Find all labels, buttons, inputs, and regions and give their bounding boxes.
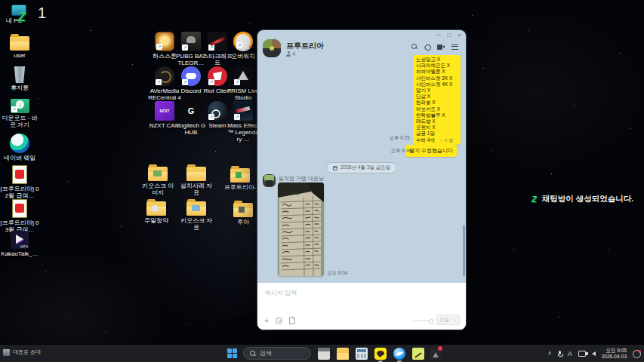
taskbar-icon-sticky-notes[interactable] <box>412 348 424 360</box>
sent-message-bubble: 노란망고 X 사과아예몬도 X 파파야멜론 X 샤인머스켓 2K X 샤인머스켓… <box>413 55 461 145</box>
avatar-tile <box>270 46 274 51</box>
desktop-folder-install-cases[interactable]: 설치사례 자료 <box>180 167 213 196</box>
message-line-text: 수박 4개 <box>416 137 435 143</box>
starcraft-icon: ↗ <box>208 32 227 51</box>
pdf-icon <box>12 199 27 218</box>
message-line: 단감 X <box>416 94 458 100</box>
taskbar-icon-kakaotalk[interactable] <box>374 348 387 360</box>
prism-icon: ↗ <box>233 66 253 86</box>
desktop-icon-recycle-bin[interactable]: 휴지통 <box>0 66 39 91</box>
send-button[interactable]: 전송 ∨ <box>436 314 460 325</box>
avatar-tile <box>266 180 273 186</box>
desktop-folder-frutria[interactable]: 프루트리아- <box>223 168 257 191</box>
desktop-icon-mass-effect[interactable]: ↗ Mass Effect™ Legendary … <box>226 101 260 143</box>
message-line: 천혜향블루 X <box>416 112 458 118</box>
member-count: 4 <box>286 51 295 57</box>
folder-label: 키오스크 자료 <box>180 217 213 231</box>
sent-message-bubble: 딸기 수정했습니다 <box>405 145 457 157</box>
message-photo[interactable] <box>278 183 324 276</box>
taskbar-search[interactable]: 검색 <box>243 347 311 360</box>
desktop-icon-prism[interactable]: ↗ PRISM Live Studio <box>226 66 260 101</box>
logitech-icon: G <box>181 101 201 121</box>
taskbar-left-text: 대표로 초대 <box>13 348 41 356</box>
taskbar-left-label[interactable]: 대표로 초대 <box>3 348 41 356</box>
zoom-z-icon: Z <box>18 11 26 24</box>
emoticon-size-slider[interactable] <box>413 321 433 321</box>
desktop-icon-label: PRISM Live Studio <box>226 87 260 101</box>
taskbar-icon-recentral[interactable] <box>430 348 442 360</box>
emoticon-icon[interactable] <box>276 318 282 324</box>
voice-call-icon[interactable] <box>424 44 430 50</box>
desktop-folder-weekend[interactable]: 주말청약 <box>140 201 173 224</box>
shortcut-arrow-icon: ↗ <box>156 44 162 50</box>
clock[interactable]: 오전 9:05 2026-04-03 <box>602 348 627 360</box>
file-attach-icon[interactable] <box>289 317 295 324</box>
download-folder-icon: ↗ <box>11 99 29 113</box>
message-input-area: + 전송 ∨ <box>257 283 466 330</box>
message-timestamp: 오전 8:04 <box>327 270 347 277</box>
desktop-icon-pdf-feb[interactable]: [프루트리아] 02월 급여… <box>0 165 39 199</box>
pubg-icon: ↗ <box>181 32 201 51</box>
desktop-icon-my-pc[interactable]: Z 내 PC <box>2 5 36 24</box>
taskbar-icon-task-view[interactable] <box>318 348 330 360</box>
chevron-down-icon: ∨ <box>451 318 457 322</box>
map-thumb-icon <box>192 205 200 211</box>
ime-indicator[interactable]: A <box>568 350 572 357</box>
shortcut-arrow-icon: ↗ <box>156 79 162 85</box>
taskbar-icon-blue-app[interactable] <box>393 348 405 360</box>
mp4-video-icon: MP4 <box>11 231 29 249</box>
taskbar-icon-calculator[interactable] <box>356 348 368 360</box>
desktop-icon-kakaotalk-video[interactable]: MP4 KakaoTalk_… <box>0 231 39 257</box>
tray-time: 오전 9:05 <box>606 348 627 353</box>
microphone-icon[interactable] <box>558 351 562 357</box>
desktop-folder-kiosk-images[interactable]: 키오스크 이미지 <box>141 167 174 196</box>
desktop-icon-naver-whale[interactable]: 네이버 웨일 <box>0 133 39 161</box>
chat-scrollbar[interactable] <box>463 225 465 276</box>
mp4-badge: MP4 <box>20 244 28 249</box>
pdf-icon <box>12 165 27 184</box>
message-timestamp: 오후 8:25 <box>390 135 410 142</box>
shortcut-arrow-icon: ↗ <box>182 79 188 85</box>
shortcut-arrow-icon: ↗ <box>234 79 240 85</box>
video-call-icon[interactable] <box>437 44 445 50</box>
sender-name: 일직점 가맹 대표님 <box>279 175 324 183</box>
network-icon[interactable] <box>578 351 586 357</box>
handwritten-ledger-image <box>278 183 324 276</box>
notification-bell-icon[interactable] <box>633 350 641 358</box>
desktop-folder-kiosk-docs[interactable]: 키오스크 자료 <box>180 201 213 231</box>
folder-icon <box>230 168 250 183</box>
tray-overflow-icon[interactable]: ∧ <box>548 350 552 356</box>
message-line: 노란망고 X <box>416 57 458 63</box>
discord-icon: ↗ <box>181 66 201 86</box>
message-input[interactable] <box>263 289 414 297</box>
member-count-value: 4 <box>292 51 295 57</box>
desktop-folder-lua[interactable]: 루아 <box>226 203 260 225</box>
speaker-icon[interactable] <box>592 351 596 356</box>
starfield <box>0 0 1 1</box>
attach-plus-icon[interactable]: + <box>264 317 269 324</box>
group-avatar[interactable] <box>263 39 281 57</box>
start-button[interactable] <box>227 348 238 359</box>
kakaotalk-window: ─ □ × 프루트리아 4 노란망고 <box>257 30 466 330</box>
image-thumb-icon <box>153 170 162 176</box>
desktop-icon-pdf-mar[interactable]: [프루트리아] 03월 급여… <box>0 199 39 233</box>
shortcut-arrow-icon: ↗ <box>236 42 242 48</box>
thumb-icon <box>239 207 245 213</box>
search-icon[interactable] <box>411 44 418 50</box>
desktop-icon-overwatch[interactable]: ↗ 오버워치 <box>226 32 260 60</box>
desktop-icon-user-folder[interactable]: user <box>0 36 39 59</box>
tray-date: 2026-04-03 <box>602 354 627 359</box>
menu-icon[interactable] <box>451 44 458 50</box>
recycle-bin-icon <box>14 66 26 83</box>
folder-label: 설치사례 자료 <box>180 183 213 196</box>
chat-title: 프루트리아 <box>286 41 324 51</box>
shortcut-arrow-icon: ↗ <box>208 79 214 85</box>
message-line: 파파야멜론 X <box>416 69 458 75</box>
message-line: 수박 4개←수정 <box>416 137 458 143</box>
sender-avatar[interactable] <box>263 174 276 187</box>
desktop-icon-downloads-shortcut[interactable]: ↗ 다운로드 - 바로 가기 <box>0 99 39 128</box>
taskbar-icon-file-explorer[interactable] <box>337 348 349 360</box>
leaf-icon <box>236 172 242 178</box>
nzxt-icon: NZXT <box>155 101 174 121</box>
shortcut-arrow-icon: ↗ <box>234 114 240 120</box>
